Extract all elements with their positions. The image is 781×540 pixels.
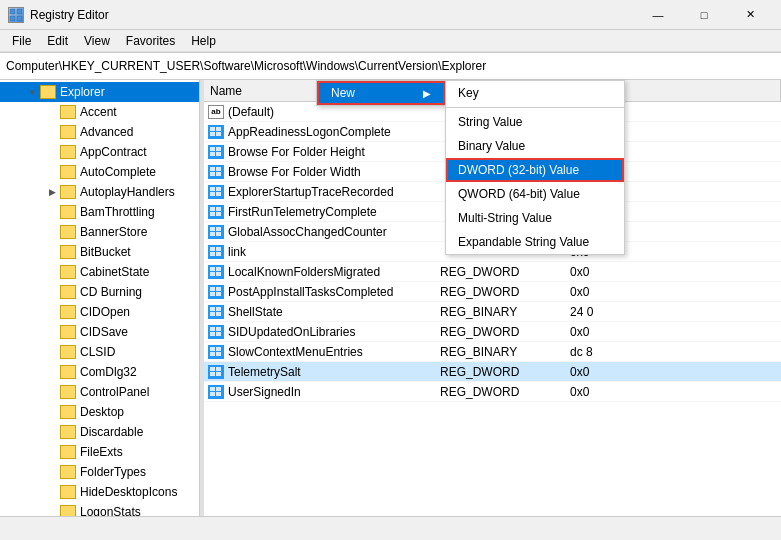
svg-rect-0 [10, 9, 15, 14]
tree-item-label: BitBucket [80, 245, 131, 259]
maximize-button[interactable]: □ [681, 0, 727, 30]
data-cell: 24 0 [564, 305, 781, 319]
svg-rect-55 [216, 372, 221, 376]
edit-context-menu[interactable]: New ▶ [316, 80, 446, 106]
tree-item[interactable]: FileExts [0, 442, 199, 462]
tree-item-label: FileExts [80, 445, 123, 459]
new-binary-value-item[interactable]: Binary Value [446, 134, 624, 158]
data-cell: 0x0 [564, 385, 781, 399]
chevron-right-icon [44, 204, 60, 220]
new-expandable-value-item[interactable]: Expandable String Value [446, 230, 624, 254]
tree-item-explorer[interactable]: ▾ Explorer [0, 82, 199, 102]
table-row[interactable]: LocalKnownFoldersMigratedREG_DWORD0x0 [204, 262, 781, 282]
menu-edit[interactable]: Edit [39, 30, 76, 52]
data-cell: 0x0 [564, 265, 781, 279]
type-cell: REG_BINARY [434, 305, 564, 319]
status-bar [0, 516, 781, 540]
svg-rect-33 [216, 267, 221, 271]
table-row[interactable]: SIDUpdatedOnLibrariesREG_DWORD0x0 [204, 322, 781, 342]
tree-item[interactable]: HideDesktopIcons [0, 482, 199, 502]
tree-item[interactable]: CIDOpen [0, 302, 199, 322]
tree-item[interactable]: ControlPanel [0, 382, 199, 402]
table-row[interactable]: TelemetrySaltREG_DWORD0x0 [204, 362, 781, 382]
svg-rect-13 [216, 167, 221, 171]
tree-item[interactable]: LogonStats [0, 502, 199, 516]
svg-rect-56 [210, 387, 215, 391]
tree-children: AccentAdvancedAppContractAutoComplete▶Au… [0, 102, 199, 516]
svg-rect-17 [216, 187, 221, 191]
submenu-arrow-icon: ▶ [423, 88, 431, 99]
svg-rect-6 [210, 132, 215, 136]
tree-item[interactable]: ▶AutoplayHandlers [0, 182, 199, 202]
window-title: Registry Editor [30, 8, 109, 22]
table-row[interactable]: ShellStateREG_BINARY24 0 [204, 302, 781, 322]
registry-name: SIDUpdatedOnLibraries [228, 325, 355, 339]
registry-name: UserSignedIn [228, 385, 301, 399]
dword-icon [208, 365, 224, 379]
tree-item[interactable]: Desktop [0, 402, 199, 422]
close-button[interactable]: ✕ [727, 0, 773, 30]
new-string-value-item[interactable]: String Value [446, 110, 624, 134]
tree-item[interactable]: AutoComplete [0, 162, 199, 182]
tree-item[interactable]: BitBucket [0, 242, 199, 262]
registry-name: GlobalAssocChangedCounter [228, 225, 387, 239]
svg-rect-49 [216, 347, 221, 351]
tree-item[interactable]: CabinetState [0, 262, 199, 282]
menu-help[interactable]: Help [183, 30, 224, 52]
folder-icon [60, 105, 76, 119]
new-qword-value-item[interactable]: QWORD (64-bit) Value [446, 182, 624, 206]
tree-item[interactable]: BamThrottling [0, 202, 199, 222]
table-row[interactable]: PostAppInstallTasksCompletedREG_DWORD0x0 [204, 282, 781, 302]
registry-name: SlowContextMenuEntries [228, 345, 363, 359]
chevron-right-icon: ▶ [44, 184, 60, 200]
tree-item[interactable]: AppContract [0, 142, 199, 162]
type-cell: REG_DWORD [434, 265, 564, 279]
type-cell: REG_BINARY [434, 345, 564, 359]
tree-item[interactable]: Accent [0, 102, 199, 122]
table-row[interactable]: UserSignedInREG_DWORD0x0 [204, 382, 781, 402]
svg-rect-43 [216, 312, 221, 316]
new-menu-item[interactable]: New ▶ [317, 81, 445, 105]
tree-item-label: HideDesktopIcons [80, 485, 177, 499]
svg-rect-44 [210, 327, 215, 331]
dword-icon [208, 145, 224, 159]
new-multistring-value-item[interactable]: Multi-String Value [446, 206, 624, 230]
folder-icon [60, 305, 76, 319]
menu-favorites[interactable]: Favorites [118, 30, 183, 52]
dword-icon [208, 325, 224, 339]
svg-rect-59 [216, 392, 221, 396]
table-row[interactable]: SlowContextMenuEntriesREG_BINARYdc 8 [204, 342, 781, 362]
tree-item[interactable]: CD Burning [0, 282, 199, 302]
chevron-right-icon [44, 364, 60, 380]
tree-panel[interactable]: ▾ Explorer AccentAdvancedAppContractAuto… [0, 80, 200, 516]
dword-icon [208, 385, 224, 399]
svg-rect-25 [216, 227, 221, 231]
new-submenu[interactable]: Key String Value Binary Value DWORD (32-… [445, 80, 625, 255]
name-cell: LocalKnownFoldersMigrated [204, 265, 434, 279]
folder-icon [60, 425, 76, 439]
svg-rect-52 [210, 367, 215, 371]
tree-item[interactable]: CIDSave [0, 322, 199, 342]
name-cell: TelemetrySalt [204, 365, 434, 379]
tree-item[interactable]: Discardable [0, 422, 199, 442]
svg-rect-12 [210, 167, 215, 171]
svg-rect-54 [210, 372, 215, 376]
minimize-button[interactable]: — [635, 0, 681, 30]
tree-item-label: Discardable [80, 425, 143, 439]
svg-rect-37 [216, 287, 221, 291]
svg-rect-47 [216, 332, 221, 336]
new-key-item[interactable]: Key [446, 81, 624, 105]
chevron-right-icon [44, 464, 60, 480]
svg-rect-36 [210, 287, 215, 291]
tree-item[interactable]: BannerStore [0, 222, 199, 242]
new-dword-value-item[interactable]: DWORD (32-bit) Value [446, 158, 624, 182]
menu-file[interactable]: File [4, 30, 39, 52]
tree-label: Explorer [60, 85, 105, 99]
tree-item[interactable]: FolderTypes [0, 462, 199, 482]
tree-item[interactable]: CLSID [0, 342, 199, 362]
tree-item[interactable]: Advanced [0, 122, 199, 142]
tree-item[interactable]: ComDlg32 [0, 362, 199, 382]
registry-name: Browse For Folder Width [228, 165, 361, 179]
menu-view[interactable]: View [76, 30, 118, 52]
type-cell: REG_DWORD [434, 325, 564, 339]
